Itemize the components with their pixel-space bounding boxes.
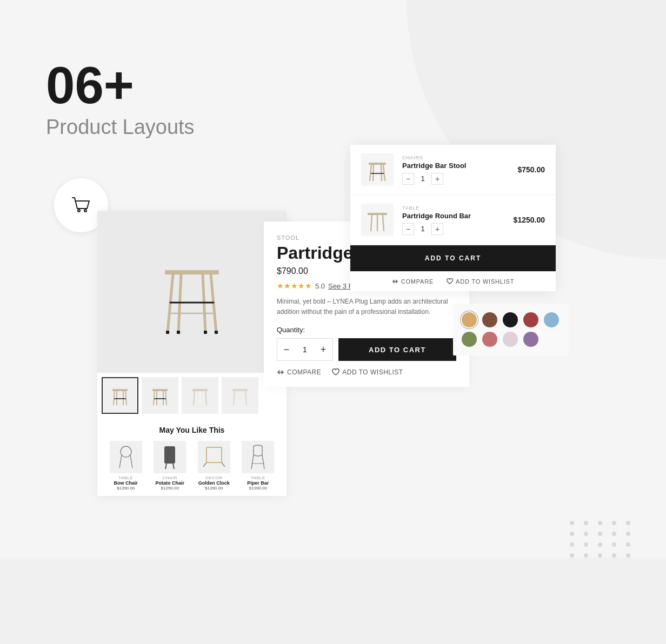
product-action-row: COMPARE ADD TO WISHLIST bbox=[277, 368, 456, 376]
swatch-3[interactable] bbox=[503, 312, 518, 327]
svg-line-29 bbox=[234, 391, 235, 405]
potato-chair-icon bbox=[162, 444, 177, 470]
swatch-5[interactable] bbox=[544, 312, 559, 327]
cart-qty-increase-2[interactable]: + bbox=[431, 223, 443, 235]
svg-line-44 bbox=[370, 165, 371, 181]
thumbnail-1[interactable] bbox=[102, 377, 138, 414]
related-item-4[interactable]: TABLE Piper Bar $1390.00 bbox=[238, 441, 278, 491]
quantity-stepper[interactable]: − 1 + bbox=[277, 338, 333, 361]
svg-line-27 bbox=[205, 391, 207, 405]
golden-clock-icon bbox=[202, 446, 226, 468]
cart-item-info-1: CHAIRS Partridge Bar Stool − 1 + bbox=[402, 155, 509, 185]
cart-item-name-2: Partridge Round Bar bbox=[402, 212, 505, 220]
swatch-8[interactable] bbox=[503, 332, 518, 347]
svg-line-35 bbox=[165, 464, 166, 469]
cart-item-cat-2: TABLE bbox=[402, 205, 505, 211]
svg-line-15 bbox=[125, 391, 126, 405]
svg-rect-12 bbox=[204, 331, 207, 334]
hero-subtitle: Product Layouts bbox=[46, 116, 195, 139]
thumb-stool-1 bbox=[111, 384, 129, 407]
stars: ★★★★★ bbox=[277, 281, 312, 290]
add-to-cart-button[interactable]: ADD TO CART bbox=[338, 338, 456, 361]
svg-line-36 bbox=[173, 464, 174, 469]
svg-line-26 bbox=[194, 391, 195, 405]
related-item-img-4 bbox=[242, 441, 274, 473]
svg-line-14 bbox=[114, 391, 115, 405]
swatch-7[interactable] bbox=[482, 332, 497, 347]
color-swatches-panel bbox=[453, 304, 569, 355]
cart-panel: CHAIRS Partridge Bar Stool − 1 + $750.00… bbox=[350, 145, 556, 291]
hero-number: 06+ bbox=[46, 59, 195, 111]
svg-line-47 bbox=[381, 165, 382, 181]
thumbnail-3[interactable] bbox=[182, 377, 218, 414]
cart-heart-icon bbox=[447, 278, 453, 285]
thumb-stool-3 bbox=[191, 384, 209, 407]
cart-icon bbox=[69, 193, 93, 217]
related-item-2[interactable]: CHAIR Potato Chair $1290.00 bbox=[150, 441, 190, 491]
svg-line-50 bbox=[371, 215, 372, 231]
cart-compare-button[interactable]: COMPARE bbox=[392, 278, 434, 285]
svg-line-41 bbox=[262, 455, 264, 469]
related-item-img-2 bbox=[154, 441, 186, 473]
qty-increase-btn[interactable]: + bbox=[314, 338, 332, 361]
svg-line-39 bbox=[222, 462, 225, 467]
hero-section: 06+ Product Layouts bbox=[46, 59, 195, 139]
swatch-2[interactable] bbox=[482, 312, 497, 327]
piper-bar-icon bbox=[249, 444, 267, 470]
cart-wishlist-button[interactable]: ADD TO WISHLIST bbox=[447, 278, 514, 285]
related-item-1[interactable]: TABLE Bow Chair $1390.00 bbox=[106, 441, 146, 491]
svg-line-38 bbox=[203, 462, 207, 467]
related-item-img-3 bbox=[198, 441, 230, 473]
svg-line-40 bbox=[251, 455, 254, 469]
compare-button[interactable]: COMPARE bbox=[277, 368, 321, 376]
bow-chair-icon bbox=[115, 444, 137, 470]
svg-rect-19 bbox=[152, 389, 168, 391]
compare-icon bbox=[277, 368, 284, 376]
rating-number: 5.0 bbox=[315, 282, 325, 290]
svg-line-21 bbox=[165, 391, 166, 405]
svg-line-51 bbox=[383, 215, 384, 231]
thumbnail-4[interactable] bbox=[222, 377, 258, 414]
svg-line-30 bbox=[245, 391, 247, 405]
svg-rect-9 bbox=[166, 331, 169, 334]
qty-value: 1 bbox=[296, 345, 314, 354]
wishlist-button[interactable]: ADD TO WISHLIST bbox=[332, 368, 403, 376]
cart-qty-decrease-1[interactable]: − bbox=[402, 173, 414, 185]
swatch-6[interactable] bbox=[462, 332, 477, 347]
cart-add-to-cart-button[interactable]: ADD TO CART bbox=[350, 245, 556, 271]
related-item-img-1 bbox=[110, 441, 142, 473]
qty-decrease-btn[interactable]: − bbox=[277, 338, 296, 361]
svg-rect-37 bbox=[207, 447, 222, 462]
cart-item-1: CHAIRS Partridge Bar Stool − 1 + $750.00 bbox=[350, 145, 556, 195]
swatch-1[interactable] bbox=[462, 312, 477, 327]
svg-line-33 bbox=[130, 455, 132, 468]
cart-stool-icon-1 bbox=[367, 156, 388, 183]
related-item-3[interactable]: DECOR Golden Clock $1390.00 bbox=[194, 441, 234, 491]
cart-compare-icon bbox=[392, 278, 398, 285]
product-image-area bbox=[97, 211, 287, 373]
thumbnail-2[interactable] bbox=[142, 377, 178, 414]
svg-line-45 bbox=[383, 165, 385, 181]
cart-qty-increase-1[interactable]: + bbox=[431, 173, 443, 185]
svg-rect-11 bbox=[177, 331, 180, 334]
stool-svg bbox=[154, 238, 230, 346]
svg-line-46 bbox=[373, 165, 374, 181]
svg-rect-13 bbox=[112, 389, 128, 391]
related-items-list: TABLE Bow Chair $1390.00 CHAIR Potato Ch… bbox=[106, 441, 278, 491]
quantity-label: Quantity: bbox=[277, 326, 456, 334]
thumb-stool-2 bbox=[151, 384, 169, 407]
cart-item-2: TABLE Partridge Round Bar − 1 + $1250.00 bbox=[350, 195, 556, 245]
cart-table-icon bbox=[367, 206, 388, 233]
svg-rect-43 bbox=[369, 163, 386, 165]
bottom-bar bbox=[0, 558, 666, 644]
cart-qty-decrease-2[interactable]: − bbox=[402, 223, 414, 235]
svg-point-31 bbox=[121, 446, 131, 457]
cart-item-price-1: $750.00 bbox=[517, 165, 545, 174]
cart-qty-row-1: − 1 + bbox=[402, 173, 509, 185]
swatch-4[interactable] bbox=[523, 312, 538, 327]
svg-rect-49 bbox=[368, 213, 387, 215]
cart-item-cat-1: CHAIRS bbox=[402, 155, 509, 160]
swatch-9[interactable] bbox=[523, 332, 538, 347]
cart-action-row: COMPARE ADD TO WISHLIST bbox=[350, 271, 556, 291]
cart-qty-val-1: 1 bbox=[418, 175, 427, 183]
